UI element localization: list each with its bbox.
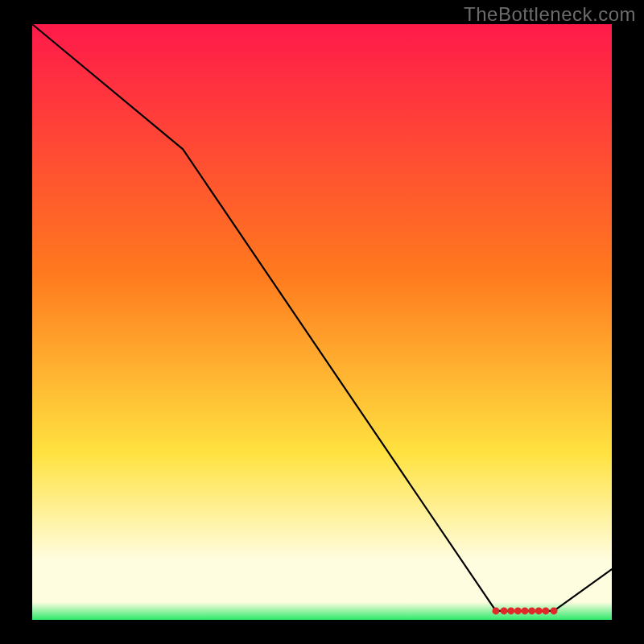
plot-background bbox=[32, 24, 612, 620]
data-marker bbox=[507, 607, 514, 614]
data-marker bbox=[522, 607, 529, 614]
data-marker bbox=[528, 607, 535, 614]
data-marker bbox=[493, 607, 500, 614]
chart-container: TheBottleneck.com bbox=[0, 0, 644, 644]
data-marker bbox=[535, 607, 543, 614]
marker-group bbox=[493, 607, 558, 614]
data-marker bbox=[514, 607, 522, 614]
data-marker bbox=[501, 607, 508, 614]
data-marker bbox=[551, 607, 558, 614]
data-marker bbox=[542, 607, 549, 614]
bottleneck-chart bbox=[0, 0, 644, 644]
